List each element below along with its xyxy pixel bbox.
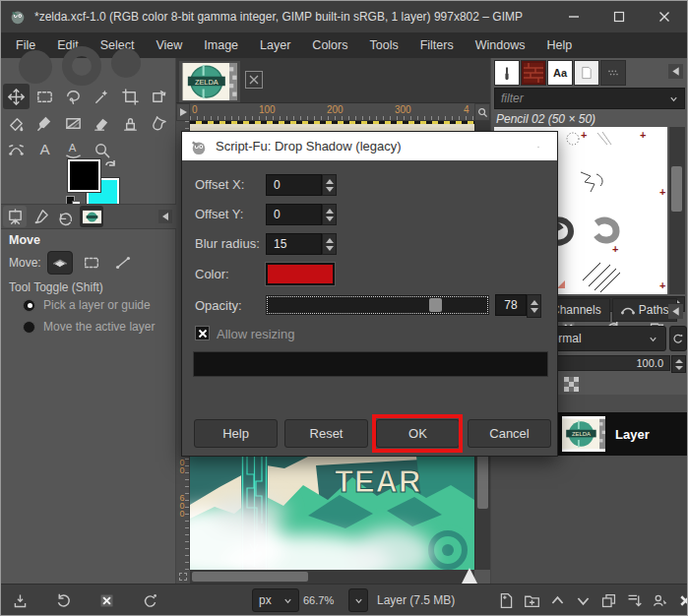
zoom-dropdown[interactable] <box>348 588 368 612</box>
delete-options-icon[interactable] <box>95 589 117 611</box>
free-select-tool[interactable] <box>60 84 87 109</box>
dialog-close-icon[interactable] <box>530 138 547 155</box>
crop-tool[interactable] <box>117 84 144 109</box>
unit-value: px <box>259 593 272 607</box>
add-mask-icon[interactable] <box>649 589 670 611</box>
menu-view[interactable]: View <box>145 32 193 58</box>
shadow-color-button[interactable] <box>266 263 335 285</box>
radio-move-active-layer[interactable]: Move the active layer <box>23 320 155 334</box>
menu-tools[interactable]: Tools <box>358 32 408 58</box>
smudge-tool[interactable] <box>146 110 172 136</box>
move-selection-mode-button[interactable] <box>79 251 104 275</box>
zoom-follow-window-icon[interactable] <box>474 103 490 121</box>
reset-button[interactable]: Reset <box>284 419 368 448</box>
ok-button[interactable]: OK <box>376 419 460 448</box>
tool-toggle-label: Tool Toggle (Shift) <box>9 280 103 294</box>
gradient-tool[interactable] <box>60 110 87 136</box>
brush-grid-scrollbar[interactable] <box>669 127 685 294</box>
lower-layer-icon[interactable] <box>572 589 594 611</box>
blur-radius-input[interactable]: 15 <box>266 233 322 255</box>
rect-select-tool[interactable] <box>31 84 58 109</box>
allow-resizing-checkbox[interactable] <box>195 326 210 340</box>
duplicate-layer-icon[interactable] <box>597 589 619 611</box>
offset-y-input[interactable]: 0 <box>266 204 322 225</box>
radio-pick-layer[interactable]: Pick a layer or guide <box>23 298 151 312</box>
maximize-button[interactable] <box>596 1 642 32</box>
palettes-tab[interactable] <box>600 60 626 86</box>
menu-layer[interactable]: Layer <box>249 32 301 58</box>
patterns-tab[interactable] <box>521 60 546 86</box>
dock-tabs-row: Channels Paths <box>542 298 677 322</box>
swap-colors-icon[interactable] <box>103 158 119 172</box>
device-status-tab[interactable] <box>29 206 52 227</box>
opacity-slider[interactable] <box>266 295 489 315</box>
brushes-tab[interactable] <box>494 60 520 86</box>
image-tab[interactable] <box>80 206 103 227</box>
menu-filters[interactable]: Filters <box>409 32 465 58</box>
transform-tool[interactable] <box>146 84 172 109</box>
lock-alpha-icon[interactable] <box>564 377 579 392</box>
svg-text:ZELDA: ZELDA <box>572 431 591 437</box>
menu-image[interactable]: Image <box>193 32 249 58</box>
document-history-tab[interactable] <box>574 60 599 86</box>
help-button[interactable]: Help <box>194 419 278 448</box>
brush-filter-input[interactable]: filter <box>494 88 685 109</box>
move-layer-mode-button[interactable] <box>47 251 73 275</box>
brush-grid-scrollbar-thumb[interactable] <box>671 166 682 212</box>
blur-radius-spinner[interactable] <box>322 233 337 255</box>
horizontal-ruler[interactable]: 0 100 200 300 4 <box>190 103 474 121</box>
delete-layer-icon[interactable] <box>674 589 688 611</box>
offset-x-spinner[interactable] <box>322 174 337 196</box>
cancel-button[interactable]: Cancel <box>468 419 551 448</box>
minimize-button[interactable] <box>551 1 596 32</box>
vertical-scrollbar-thumb[interactable] <box>477 450 488 509</box>
merge-layer-icon[interactable] <box>623 589 645 611</box>
layer-opacity-value: 100.0 <box>636 357 663 369</box>
clone-tool[interactable] <box>117 110 144 136</box>
restore-options-icon[interactable] <box>52 589 74 611</box>
quick-mask-toggle[interactable] <box>176 570 190 584</box>
fuzzy-select-tool[interactable] <box>89 84 115 109</box>
layer-opacity-spinner[interactable] <box>671 355 686 373</box>
tool-options-tab[interactable] <box>3 206 27 227</box>
fonts-tab[interactable]: Aa <box>547 60 573 86</box>
menu-help[interactable]: Help <box>535 32 583 58</box>
collapse-left-icon[interactable] <box>668 64 683 79</box>
new-layer-group-icon[interactable] <box>521 589 542 611</box>
collapse-left-icon[interactable] <box>668 304 683 319</box>
text-tool[interactable]: A <box>31 137 58 162</box>
move-path-mode-button[interactable] <box>110 251 136 275</box>
move-tool[interactable] <box>3 84 30 109</box>
horizontal-scrollbar-thumb[interactable] <box>192 572 308 582</box>
ink-tool[interactable] <box>31 110 58 136</box>
raise-layer-icon[interactable] <box>546 589 568 611</box>
dialog-titlebar[interactable]: Script-Fu: Drop Shadow (legacy) <box>182 132 557 160</box>
collapse-left-icon[interactable] <box>158 210 172 223</box>
unit-dropdown[interactable]: px <box>252 588 299 612</box>
mode-options-dropdown[interactable] <box>669 326 687 351</box>
opacity-slider-thumb[interactable] <box>429 298 442 312</box>
window-titlebar[interactable]: *zelda.xcf-1.0 (RGB color 8-bit gamma in… <box>1 1 687 32</box>
paths-tool[interactable] <box>3 137 30 162</box>
opacity-spinner[interactable] <box>527 294 541 318</box>
eraser-tool[interactable] <box>89 110 115 136</box>
new-layer-icon[interactable] <box>495 589 517 611</box>
undo-history-tab[interactable] <box>54 206 78 227</box>
close-button[interactable] <box>642 1 687 32</box>
opacity-value-input[interactable]: 78 <box>495 294 527 316</box>
zoom-level-value[interactable]: 66.7% <box>303 588 348 612</box>
save-tool-preset-icon[interactable] <box>9 589 31 611</box>
offset-y-spinner[interactable] <box>322 204 337 225</box>
image-tab-thumbnail[interactable]: ZELDA <box>179 61 240 102</box>
offset-x-input[interactable]: 0 <box>266 174 322 196</box>
navigation-preview-icon[interactable] <box>462 568 477 584</box>
reset-options-icon[interactable] <box>139 589 160 611</box>
ruler-menu-button[interactable] <box>176 103 190 121</box>
menu-colors[interactable]: Colors <box>301 32 358 58</box>
bucket-fill-tool[interactable] <box>3 110 30 136</box>
artwork-title-text: TEAR <box>335 464 421 499</box>
foreground-color-swatch[interactable] <box>68 159 100 192</box>
image-tab-close-icon[interactable] <box>245 71 263 89</box>
menu-windows[interactable]: Windows <box>465 32 536 58</box>
horizontal-scrollbar[interactable] <box>190 570 474 584</box>
